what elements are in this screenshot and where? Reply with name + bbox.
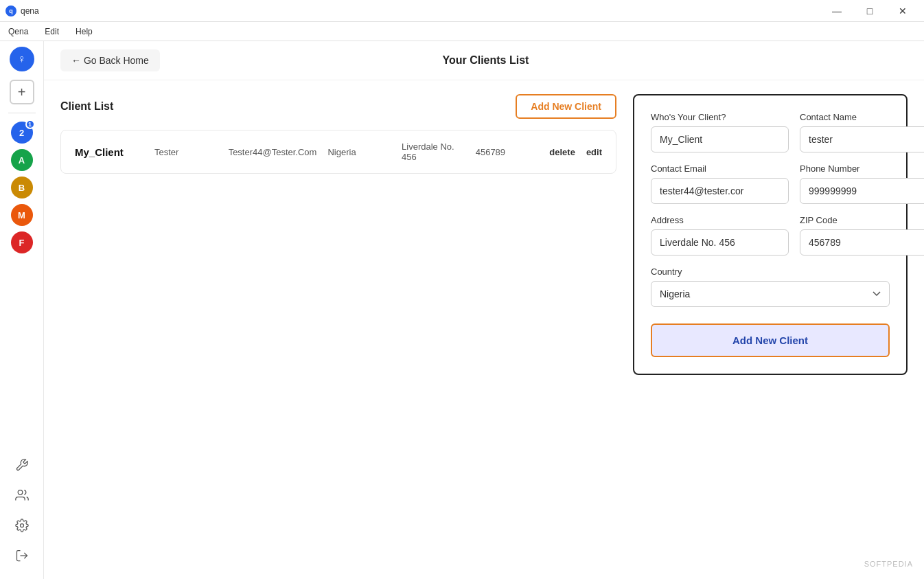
client-contact: Tester xyxy=(154,147,218,157)
menu-qena[interactable]: Qena xyxy=(5,25,31,38)
workspace-m-label: M xyxy=(18,210,25,220)
sidebar: ♀ + 2 1 A B M F xyxy=(0,41,44,579)
workspace-a-label: A xyxy=(19,155,25,166)
client-email: Tester44@Tester.Com xyxy=(229,147,317,157)
main-avatar-icon: ♀ xyxy=(18,53,26,65)
form-group-address: Address xyxy=(651,215,789,256)
contact-name-label: Contact Name xyxy=(800,112,924,122)
contact-email-label: Contact Email xyxy=(651,163,789,174)
workspace-f-label: F xyxy=(19,238,25,248)
form-row-3: Address ZIP Code xyxy=(651,215,890,256)
add-new-client-button[interactable]: Add New Client xyxy=(516,94,616,119)
workspace-b-label: B xyxy=(19,183,25,193)
sidebar-divider xyxy=(8,113,36,113)
section-title: Client List xyxy=(60,100,113,113)
form-group-client-name: Who's Your Client? xyxy=(651,112,789,152)
address-label: Address xyxy=(651,215,789,225)
app-icon: q xyxy=(5,5,16,16)
phone-label: Phone Number xyxy=(800,163,924,174)
plus-icon: + xyxy=(18,84,26,100)
menu-edit[interactable]: Edit xyxy=(42,25,62,38)
tools-icon[interactable] xyxy=(12,455,32,475)
client-name-input[interactable] xyxy=(651,126,789,152)
client-country: Nigeria xyxy=(327,147,391,157)
sidebar-bottom xyxy=(12,455,32,574)
sidebar-item-workspace-a[interactable]: A xyxy=(11,149,33,171)
country-label: Country xyxy=(651,266,890,277)
submit-add-client-button[interactable]: Add New Client xyxy=(651,323,890,357)
titlebar-left: q qena xyxy=(5,5,39,16)
table-row: My_Client Tester Tester44@Tester.Com Nig… xyxy=(61,130,616,173)
notification-badge: 1 xyxy=(25,120,35,129)
page-title: Your Clients List xyxy=(442,54,529,67)
form-group-zip: ZIP Code xyxy=(800,215,924,256)
section-header: Client List Add New Client xyxy=(60,94,616,119)
minimize-button[interactable]: — xyxy=(821,0,853,22)
topbar: ← Go Back Home Your Clients List xyxy=(44,41,924,80)
client-actions: delete edit xyxy=(549,147,602,157)
form-group-contact-name: Contact Name xyxy=(800,112,924,152)
country-select-wrapper: Nigeria United States United Kingdom Gha… xyxy=(651,281,890,307)
logout-icon[interactable] xyxy=(12,546,32,565)
delete-client-button[interactable]: delete xyxy=(549,147,575,157)
add-client-form: Who's Your Client? Contact Name Contact … xyxy=(633,94,908,375)
sidebar-item-workspace-m[interactable]: M xyxy=(11,204,33,226)
form-group-email: Contact Email xyxy=(651,163,789,204)
zip-label: ZIP Code xyxy=(800,215,924,225)
titlebar: q qena — □ ✕ xyxy=(0,0,924,22)
svg-point-0 xyxy=(18,490,23,495)
titlebar-controls: — □ ✕ xyxy=(821,0,919,22)
maximize-button[interactable]: □ xyxy=(854,0,886,22)
main-content: ← Go Back Home Your Clients List Client … xyxy=(44,41,924,579)
client-address: Liverdale No. 456 xyxy=(402,141,465,162)
client-list-section: Client List Add New Client My_Client Tes… xyxy=(60,94,616,565)
sidebar-item-workspace-2[interactable]: 2 1 xyxy=(11,122,33,144)
form-group-country: Country Nigeria United States United Kin… xyxy=(651,266,890,307)
country-select[interactable]: Nigeria United States United Kingdom Gha… xyxy=(651,281,890,307)
client-table: My_Client Tester Tester44@Tester.Com Nig… xyxy=(60,130,616,174)
svg-point-1 xyxy=(20,524,23,527)
client-name: My_Client xyxy=(75,146,143,158)
menu-help[interactable]: Help xyxy=(73,25,95,38)
content-area: Client List Add New Client My_Client Tes… xyxy=(44,80,924,579)
zip-input[interactable] xyxy=(800,229,924,256)
users-icon[interactable] xyxy=(12,486,32,505)
app-layout: ♀ + 2 1 A B M F xyxy=(0,41,924,579)
main-avatar[interactable]: ♀ xyxy=(10,47,34,71)
back-home-button[interactable]: ← Go Back Home xyxy=(60,49,160,71)
edit-client-button[interactable]: edit xyxy=(586,147,602,157)
client-phone: 456789 xyxy=(476,147,539,157)
address-input[interactable] xyxy=(651,229,789,256)
form-group-phone: Phone Number xyxy=(800,163,924,204)
form-row-2: Contact Email Phone Number xyxy=(651,163,890,204)
phone-input[interactable] xyxy=(800,178,924,204)
form-row-4: Country Nigeria United States United Kin… xyxy=(651,266,890,307)
form-row-1: Who's Your Client? Contact Name xyxy=(651,112,890,152)
sidebar-item-workspace-b[interactable]: B xyxy=(11,177,33,198)
client-name-label: Who's Your Client? xyxy=(651,112,789,122)
settings-icon[interactable] xyxy=(12,516,32,535)
app-title: qena xyxy=(21,6,39,16)
contact-name-input[interactable] xyxy=(800,126,924,152)
add-workspace-button[interactable]: + xyxy=(10,80,34,104)
workspace-label: 2 xyxy=(19,128,24,138)
sidebar-item-workspace-f[interactable]: F xyxy=(11,231,33,253)
close-button[interactable]: ✕ xyxy=(887,0,919,22)
menubar: Qena Edit Help xyxy=(0,22,924,41)
contact-email-input[interactable] xyxy=(651,178,789,204)
watermark: Softpedia xyxy=(864,560,913,568)
